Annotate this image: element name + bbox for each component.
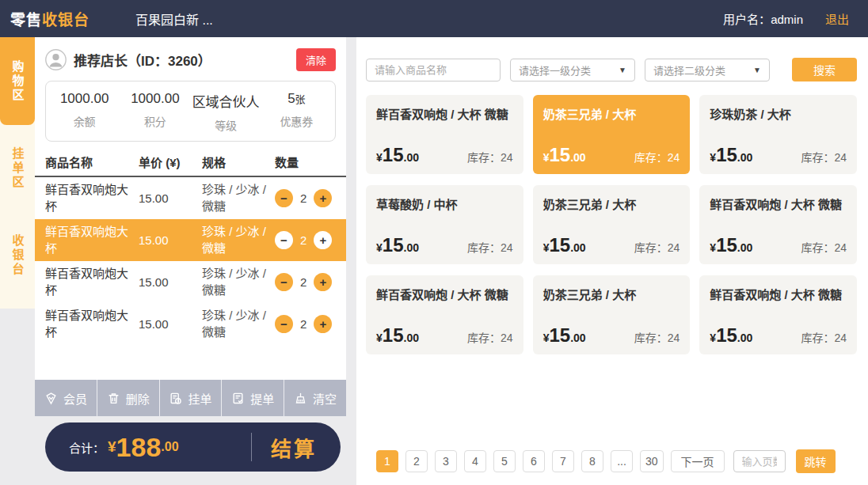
cart-item-price: 15.00 (139, 233, 202, 247)
page-button-8[interactable]: 8 (581, 450, 603, 472)
page-button-6[interactable]: 6 (523, 450, 545, 472)
price-int: 15 (383, 324, 404, 347)
member-button[interactable]: 会员 (35, 380, 97, 416)
vip-icon (44, 392, 58, 405)
stat-points-value: 1000.00 (120, 91, 190, 107)
clear-icon (294, 392, 307, 405)
product-bottom: ¥15.00 库存：24 (376, 144, 513, 166)
price-dec: .00 (570, 151, 585, 164)
pickup-order-button[interactable]: 提单 (222, 380, 284, 416)
clear-cart-button[interactable]: 清空 (284, 380, 346, 416)
minus-button[interactable] (275, 189, 293, 207)
cart-item-name: 鲜百香双响炮大杯 (45, 182, 139, 214)
hold-order-icon (169, 392, 182, 405)
page-button-4[interactable]: 4 (464, 450, 486, 472)
category2-select[interactable]: 请选择二级分类 (645, 59, 770, 81)
plus-button[interactable] (314, 189, 332, 207)
minus-button[interactable] (275, 231, 293, 249)
product-card-selected[interactable]: 奶茶三兄弟 / 大杯 ¥15.00 库存：24 (533, 95, 691, 174)
stat-points: 1000.00 积分 (120, 91, 190, 133)
cart-row[interactable]: 鲜百香双响炮大杯 15.00 珍珠 / 少冰 / 微糖 2 (35, 177, 346, 219)
stat-points-label: 积分 (120, 113, 190, 129)
category1-placeholder: 请选择一级分类 (519, 63, 591, 78)
price-int: 15 (716, 144, 737, 166)
plus-button[interactable] (314, 231, 332, 249)
cart-item-spec: 珍珠 / 少冰 / 微糖 (202, 182, 275, 214)
product-stock: 库存：24 (467, 239, 513, 255)
product-card[interactable]: 鲜百香双响炮 / 大杯 微糖 ¥15.00 库存：24 (366, 275, 523, 354)
cart-row[interactable]: 鲜百香双响炮大杯 15.00 珍珠 / 少冰 / 微糖 2 (35, 261, 346, 303)
page-button-3[interactable]: 3 (435, 450, 457, 472)
sidebar-tab-cashier[interactable]: 收银台 (0, 212, 35, 299)
total-currency: ¥ (108, 438, 116, 456)
col-quantity: 数量 (275, 153, 336, 170)
product-stock: 库存：24 (801, 149, 847, 165)
store-name: 百果园白新 ... (135, 9, 213, 28)
cart-item-name: 鲜百香双响炮大杯 (45, 308, 139, 340)
product-name-input[interactable] (366, 59, 501, 81)
logout-button[interactable]: 退出 (825, 10, 849, 27)
qty-value: 2 (300, 317, 306, 331)
trash-icon (107, 392, 120, 405)
price-currency: ¥ (710, 151, 716, 164)
product-card[interactable]: 草莓酸奶 / 中杯 ¥15.00 库存：24 (366, 185, 523, 264)
product-card[interactable]: 鲜百香双响炮 / 大杯 微糖 ¥15.00 库存：24 (699, 185, 857, 264)
product-card[interactable]: 珍珠奶茶 / 大杯 ¥15.00 库存：24 (699, 95, 857, 174)
product-card[interactable]: 奶茶三兄弟 / 大杯 ¥15.00 库存：24 (533, 275, 691, 354)
jump-button[interactable]: 跳转 (796, 449, 836, 473)
plus-button[interactable] (314, 273, 332, 291)
price-currency: ¥ (376, 151, 383, 164)
price-currency: ¥ (543, 151, 550, 164)
product-name: 奶茶三兄弟 / 大杯 (543, 104, 680, 144)
page-number-input[interactable] (733, 450, 786, 472)
page-button-30[interactable]: 30 (640, 450, 664, 472)
cart-item-price: 15.00 (139, 191, 202, 205)
total-amount: 188 (116, 432, 162, 463)
price-dec: .00 (737, 332, 752, 344)
checkout-button[interactable]: 结算 (252, 433, 320, 462)
hold-order-button[interactable]: 挂单 (160, 380, 223, 416)
search-button[interactable]: 搜索 (792, 58, 857, 81)
page-button-7[interactable]: 7 (552, 450, 574, 472)
page-ellipsis[interactable]: ... (611, 450, 633, 472)
sidebar-tab-shopping[interactable]: 购物区 (0, 37, 35, 125)
next-page-button[interactable]: 下一页 (671, 450, 725, 472)
plus-button[interactable] (314, 315, 332, 333)
minus-button[interactable] (275, 315, 293, 333)
stat-coupons: 5张 优惠券 (261, 91, 332, 133)
cart-row-selected[interactable]: 鲜百香双响炮大杯 15.00 珍珠 / 少冰 / 微糖 2 (35, 219, 346, 261)
minus-button[interactable] (275, 273, 293, 291)
pagination: 1 2 3 4 5 6 7 8 ... 30 下一页 跳转 (376, 449, 836, 473)
stat-balance-value: 1000.00 (49, 91, 120, 107)
qty-value: 2 (300, 191, 306, 205)
member-label: 会员 (63, 390, 87, 407)
col-unit-price: 单价 (¥) (139, 153, 202, 170)
page-button-5[interactable]: 5 (493, 450, 516, 472)
stat-balance-label: 余额 (49, 113, 120, 129)
product-card[interactable]: 鲜百香双响炮 / 大杯 微糖 ¥15.00 库存：24 (366, 95, 523, 174)
avatar-icon (45, 49, 67, 70)
clear-customer-button[interactable]: 清除 (296, 48, 336, 71)
product-name: 草莓酸奶 / 中杯 (376, 195, 513, 234)
product-bottom: ¥15.00 库存：24 (376, 324, 513, 347)
sidebar-tab-held-orders[interactable]: 挂单区 (0, 125, 35, 212)
product-card[interactable]: 奶茶三兄弟 / 大杯 ¥15.00 库存：24 (533, 185, 691, 264)
pickup-order-label: 提单 (250, 390, 274, 407)
cart-item-qty: 2 (275, 315, 336, 333)
product-panel: 请选择一级分类 请选择二级分类 搜索 鲜百香双响炮 / 大杯 微糖 ¥15.00… (356, 37, 868, 485)
cart-action-bar: 会员 删除 挂单 提单 清空 (35, 380, 346, 416)
sidebar: 购物区 挂单区 收银台 (0, 37, 35, 309)
product-bottom: ¥15.00 库存：24 (710, 324, 847, 347)
price-dec: .00 (737, 241, 752, 254)
product-card[interactable]: 鲜百香双响炮 / 大杯 微糖 ¥15.00 库存：24 (699, 275, 857, 354)
cart-item-spec: 珍珠 / 少冰 / 微糖 (202, 308, 275, 340)
product-name: 奶茶三兄弟 / 大杯 (543, 195, 680, 234)
delete-button[interactable]: 删除 (97, 380, 160, 416)
cart-row[interactable]: 鲜百香双响炮大杯 15.00 珍珠 / 少冰 / 微糖 2 (35, 303, 346, 345)
category1-select[interactable]: 请选择一级分类 (510, 59, 635, 81)
product-stock: 库存：24 (634, 329, 680, 345)
page-button-2[interactable]: 2 (405, 450, 428, 472)
page-button-1[interactable]: 1 (376, 450, 398, 472)
product-name: 鲜百香双响炮 / 大杯 微糖 (710, 285, 847, 324)
stat-coupons-value: 5张 (261, 91, 332, 107)
